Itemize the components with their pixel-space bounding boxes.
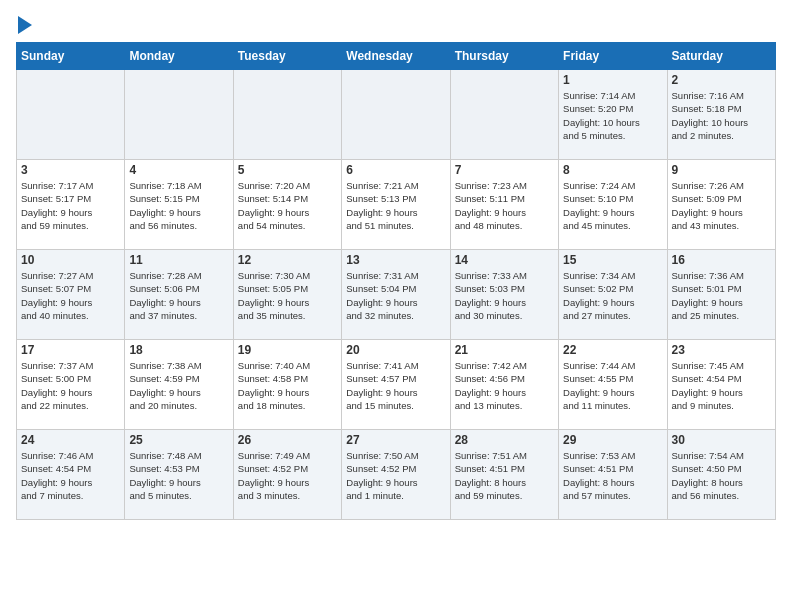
calendar-cell: 20Sunrise: 7:41 AM Sunset: 4:57 PM Dayli…: [342, 340, 450, 430]
day-number: 12: [238, 253, 337, 267]
calendar-cell: 18Sunrise: 7:38 AM Sunset: 4:59 PM Dayli…: [125, 340, 233, 430]
day-number: 25: [129, 433, 228, 447]
week-row-3: 10Sunrise: 7:27 AM Sunset: 5:07 PM Dayli…: [17, 250, 776, 340]
day-info: Sunrise: 7:14 AM Sunset: 5:20 PM Dayligh…: [563, 89, 662, 142]
day-number: 10: [21, 253, 120, 267]
day-number: 14: [455, 253, 554, 267]
day-info: Sunrise: 7:24 AM Sunset: 5:10 PM Dayligh…: [563, 179, 662, 232]
week-row-5: 24Sunrise: 7:46 AM Sunset: 4:54 PM Dayli…: [17, 430, 776, 520]
day-info: Sunrise: 7:28 AM Sunset: 5:06 PM Dayligh…: [129, 269, 228, 322]
week-row-2: 3Sunrise: 7:17 AM Sunset: 5:17 PM Daylig…: [17, 160, 776, 250]
day-number: 7: [455, 163, 554, 177]
day-info: Sunrise: 7:34 AM Sunset: 5:02 PM Dayligh…: [563, 269, 662, 322]
calendar-cell: 22Sunrise: 7:44 AM Sunset: 4:55 PM Dayli…: [559, 340, 667, 430]
calendar-cell: [342, 70, 450, 160]
day-info: Sunrise: 7:40 AM Sunset: 4:58 PM Dayligh…: [238, 359, 337, 412]
logo-arrow-icon: [18, 16, 32, 34]
day-number: 18: [129, 343, 228, 357]
calendar-cell: 9Sunrise: 7:26 AM Sunset: 5:09 PM Daylig…: [667, 160, 775, 250]
day-number: 13: [346, 253, 445, 267]
calendar-cell: 1Sunrise: 7:14 AM Sunset: 5:20 PM Daylig…: [559, 70, 667, 160]
logo: [16, 16, 32, 34]
day-info: Sunrise: 7:23 AM Sunset: 5:11 PM Dayligh…: [455, 179, 554, 232]
day-number: 2: [672, 73, 771, 87]
day-info: Sunrise: 7:44 AM Sunset: 4:55 PM Dayligh…: [563, 359, 662, 412]
day-number: 9: [672, 163, 771, 177]
day-number: 27: [346, 433, 445, 447]
day-info: Sunrise: 7:33 AM Sunset: 5:03 PM Dayligh…: [455, 269, 554, 322]
day-number: 24: [21, 433, 120, 447]
calendar-cell: [450, 70, 558, 160]
day-info: Sunrise: 7:38 AM Sunset: 4:59 PM Dayligh…: [129, 359, 228, 412]
day-number: 30: [672, 433, 771, 447]
calendar-cell: 13Sunrise: 7:31 AM Sunset: 5:04 PM Dayli…: [342, 250, 450, 340]
calendar-cell: 23Sunrise: 7:45 AM Sunset: 4:54 PM Dayli…: [667, 340, 775, 430]
day-info: Sunrise: 7:54 AM Sunset: 4:50 PM Dayligh…: [672, 449, 771, 502]
day-info: Sunrise: 7:36 AM Sunset: 5:01 PM Dayligh…: [672, 269, 771, 322]
day-number: 3: [21, 163, 120, 177]
calendar-cell: 17Sunrise: 7:37 AM Sunset: 5:00 PM Dayli…: [17, 340, 125, 430]
header-sunday: Sunday: [17, 43, 125, 70]
week-row-1: 1Sunrise: 7:14 AM Sunset: 5:20 PM Daylig…: [17, 70, 776, 160]
day-number: 26: [238, 433, 337, 447]
calendar-cell: 10Sunrise: 7:27 AM Sunset: 5:07 PM Dayli…: [17, 250, 125, 340]
day-info: Sunrise: 7:42 AM Sunset: 4:56 PM Dayligh…: [455, 359, 554, 412]
calendar-cell: 21Sunrise: 7:42 AM Sunset: 4:56 PM Dayli…: [450, 340, 558, 430]
header-thursday: Thursday: [450, 43, 558, 70]
day-info: Sunrise: 7:26 AM Sunset: 5:09 PM Dayligh…: [672, 179, 771, 232]
calendar-cell: 11Sunrise: 7:28 AM Sunset: 5:06 PM Dayli…: [125, 250, 233, 340]
day-number: 21: [455, 343, 554, 357]
day-number: 11: [129, 253, 228, 267]
day-number: 1: [563, 73, 662, 87]
day-info: Sunrise: 7:21 AM Sunset: 5:13 PM Dayligh…: [346, 179, 445, 232]
day-number: 15: [563, 253, 662, 267]
calendar-cell: 27Sunrise: 7:50 AM Sunset: 4:52 PM Dayli…: [342, 430, 450, 520]
day-info: Sunrise: 7:27 AM Sunset: 5:07 PM Dayligh…: [21, 269, 120, 322]
day-number: 16: [672, 253, 771, 267]
calendar-cell: 24Sunrise: 7:46 AM Sunset: 4:54 PM Dayli…: [17, 430, 125, 520]
calendar-table: SundayMondayTuesdayWednesdayThursdayFrid…: [16, 42, 776, 520]
calendar-cell: 2Sunrise: 7:16 AM Sunset: 5:18 PM Daylig…: [667, 70, 775, 160]
day-info: Sunrise: 7:48 AM Sunset: 4:53 PM Dayligh…: [129, 449, 228, 502]
header-friday: Friday: [559, 43, 667, 70]
header-wednesday: Wednesday: [342, 43, 450, 70]
day-info: Sunrise: 7:45 AM Sunset: 4:54 PM Dayligh…: [672, 359, 771, 412]
header-monday: Monday: [125, 43, 233, 70]
calendar-cell: 19Sunrise: 7:40 AM Sunset: 4:58 PM Dayli…: [233, 340, 341, 430]
calendar-cell: 15Sunrise: 7:34 AM Sunset: 5:02 PM Dayli…: [559, 250, 667, 340]
calendar-cell: [233, 70, 341, 160]
day-number: 8: [563, 163, 662, 177]
calendar-cell: 25Sunrise: 7:48 AM Sunset: 4:53 PM Dayli…: [125, 430, 233, 520]
day-number: 22: [563, 343, 662, 357]
header-tuesday: Tuesday: [233, 43, 341, 70]
calendar-cell: 30Sunrise: 7:54 AM Sunset: 4:50 PM Dayli…: [667, 430, 775, 520]
day-info: Sunrise: 7:46 AM Sunset: 4:54 PM Dayligh…: [21, 449, 120, 502]
weekday-header-row: SundayMondayTuesdayWednesdayThursdayFrid…: [17, 43, 776, 70]
day-info: Sunrise: 7:17 AM Sunset: 5:17 PM Dayligh…: [21, 179, 120, 232]
calendar-cell: 16Sunrise: 7:36 AM Sunset: 5:01 PM Dayli…: [667, 250, 775, 340]
day-info: Sunrise: 7:49 AM Sunset: 4:52 PM Dayligh…: [238, 449, 337, 502]
calendar-cell: 29Sunrise: 7:53 AM Sunset: 4:51 PM Dayli…: [559, 430, 667, 520]
day-info: Sunrise: 7:53 AM Sunset: 4:51 PM Dayligh…: [563, 449, 662, 502]
day-info: Sunrise: 7:37 AM Sunset: 5:00 PM Dayligh…: [21, 359, 120, 412]
day-info: Sunrise: 7:20 AM Sunset: 5:14 PM Dayligh…: [238, 179, 337, 232]
day-number: 4: [129, 163, 228, 177]
day-number: 17: [21, 343, 120, 357]
day-info: Sunrise: 7:16 AM Sunset: 5:18 PM Dayligh…: [672, 89, 771, 142]
day-number: 19: [238, 343, 337, 357]
day-number: 5: [238, 163, 337, 177]
calendar-cell: 6Sunrise: 7:21 AM Sunset: 5:13 PM Daylig…: [342, 160, 450, 250]
day-info: Sunrise: 7:18 AM Sunset: 5:15 PM Dayligh…: [129, 179, 228, 232]
calendar-cell: 26Sunrise: 7:49 AM Sunset: 4:52 PM Dayli…: [233, 430, 341, 520]
calendar-cell: 28Sunrise: 7:51 AM Sunset: 4:51 PM Dayli…: [450, 430, 558, 520]
day-info: Sunrise: 7:50 AM Sunset: 4:52 PM Dayligh…: [346, 449, 445, 502]
calendar-cell: [17, 70, 125, 160]
day-number: 28: [455, 433, 554, 447]
day-info: Sunrise: 7:41 AM Sunset: 4:57 PM Dayligh…: [346, 359, 445, 412]
calendar-cell: 8Sunrise: 7:24 AM Sunset: 5:10 PM Daylig…: [559, 160, 667, 250]
header-saturday: Saturday: [667, 43, 775, 70]
day-number: 20: [346, 343, 445, 357]
day-number: 23: [672, 343, 771, 357]
calendar-cell: [125, 70, 233, 160]
day-number: 6: [346, 163, 445, 177]
